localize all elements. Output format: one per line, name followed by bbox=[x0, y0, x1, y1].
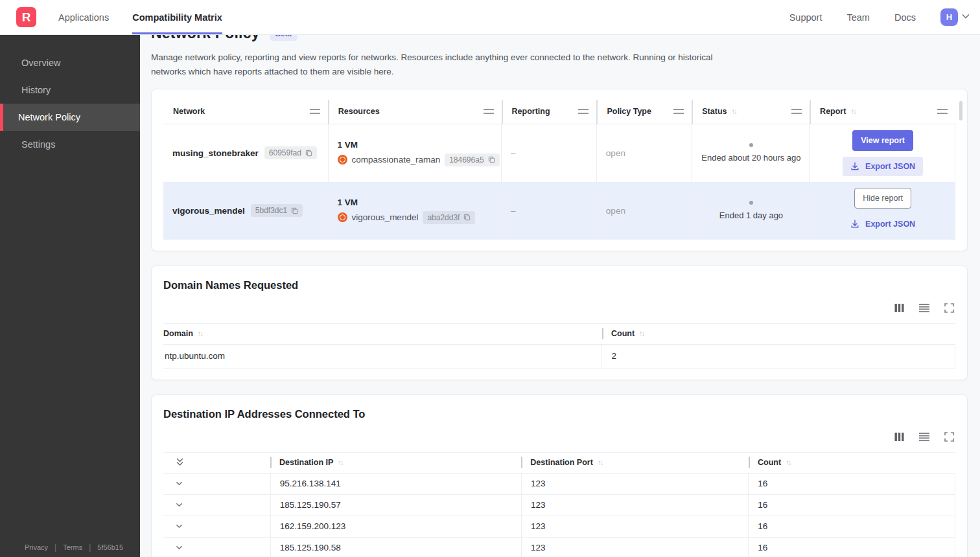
sort-arrows-icon[interactable]: ↑↓ bbox=[338, 459, 343, 466]
nav-link-docs[interactable]: Docs bbox=[894, 12, 916, 23]
chevron-down-icon[interactable] bbox=[175, 543, 183, 552]
sort-arrows-icon[interactable]: ↑↓ bbox=[639, 330, 644, 337]
sidebar-item-network-policy[interactable]: Network Policy bbox=[0, 104, 140, 131]
table-row: 162.159.200.123 123 16 bbox=[163, 516, 955, 538]
status-dot bbox=[749, 201, 753, 205]
export-json-label: Export JSON bbox=[865, 220, 915, 229]
column-divider bbox=[270, 457, 272, 468]
column-header-policy-type[interactable]: Policy Type bbox=[596, 100, 692, 124]
policy-type-value: open bbox=[596, 124, 692, 182]
chevron-down-icon[interactable] bbox=[175, 522, 183, 530]
domain-table-header: Domain ↑↓ Count ↑↓ bbox=[163, 323, 955, 345]
column-header-domain[interactable]: Domain ↑↓ bbox=[163, 324, 602, 344]
column-label: Count bbox=[611, 329, 635, 338]
nav-link-team[interactable]: Team bbox=[846, 12, 869, 23]
destination-ip-value: 162.159.200.123 bbox=[270, 516, 521, 537]
destination-port-value: 123 bbox=[521, 495, 748, 516]
column-menu-icon[interactable] bbox=[310, 109, 320, 114]
count-value: 16 bbox=[748, 538, 955, 557]
sort-arrows-icon[interactable]: ↑↓ bbox=[598, 459, 603, 466]
card-title: Domain Names Requested bbox=[163, 279, 955, 291]
sort-arrows-icon[interactable]: ↑↓ bbox=[198, 330, 203, 337]
column-label: Resources bbox=[338, 107, 380, 116]
destination-ip-value: 185.125.190.57 bbox=[270, 495, 521, 516]
column-header-resources[interactable]: Resources bbox=[328, 100, 502, 124]
download-icon bbox=[850, 162, 859, 171]
resource-id: aba2dd3f bbox=[427, 213, 460, 222]
nav-link-support[interactable]: Support bbox=[789, 12, 822, 23]
count-value: 16 bbox=[748, 473, 955, 494]
sort-arrows-icon[interactable]: ↑↓ bbox=[850, 108, 856, 115]
sidebar-item-settings[interactable]: Settings bbox=[0, 131, 140, 158]
avatar[interactable]: H bbox=[940, 8, 958, 26]
reporting-value: – bbox=[501, 124, 596, 182]
app-logo[interactable]: R bbox=[16, 7, 36, 27]
expand-all-icon[interactable] bbox=[175, 457, 185, 468]
column-header-destination-ip[interactable]: Destination IP ↑↓ bbox=[270, 453, 521, 473]
column-menu-icon[interactable] bbox=[937, 109, 948, 114]
column-menu-icon[interactable] bbox=[673, 109, 684, 114]
footer-divider: | bbox=[54, 543, 56, 552]
table-row: 95.216.138.141 123 16 bbox=[163, 473, 955, 495]
destination-port-value: 123 bbox=[521, 516, 748, 537]
column-header-reporting[interactable]: Reporting bbox=[502, 100, 597, 124]
column-header-report[interactable]: Report ↑↓ bbox=[810, 100, 955, 124]
export-json-button[interactable]: Export JSON bbox=[843, 157, 923, 176]
resource-id-badge: aba2dd3f bbox=[423, 211, 475, 224]
column-divider bbox=[749, 457, 750, 468]
column-menu-icon[interactable] bbox=[484, 109, 494, 114]
user-menu[interactable]: H bbox=[940, 8, 971, 26]
sidebar-item-history[interactable]: History bbox=[0, 76, 140, 104]
column-menu-icon[interactable] bbox=[791, 109, 802, 114]
nav-tab-compatibility-matrix[interactable]: Compatibility Matrix bbox=[132, 0, 222, 34]
column-label: Domain bbox=[163, 329, 193, 338]
view-report-button[interactable]: View report bbox=[852, 130, 913, 151]
domain-names-card: Domain Names Requested Domain ↑↓ Count ↑… bbox=[151, 266, 968, 380]
destination-ip-value: 185.125.190.58 bbox=[270, 538, 521, 557]
nav-tabs: Applications Compatibility Matrix bbox=[58, 0, 222, 34]
chevron-down-icon[interactable] bbox=[961, 11, 971, 24]
destination-port-value: 123 bbox=[521, 538, 748, 557]
copy-icon[interactable] bbox=[305, 150, 312, 157]
copy-icon[interactable] bbox=[488, 156, 495, 163]
status-text: Ended 1 day ago bbox=[719, 210, 783, 220]
destination-ip-value: 95.216.138.141 bbox=[270, 473, 521, 494]
copy-icon[interactable] bbox=[463, 214, 471, 221]
resource-id: 184696a5 bbox=[449, 155, 484, 165]
columns-view-icon[interactable] bbox=[894, 432, 904, 442]
table-scrollbar[interactable] bbox=[959, 101, 962, 120]
sort-arrows-icon[interactable]: ↑↓ bbox=[786, 459, 791, 466]
sort-arrows-icon[interactable]: ↑↓ bbox=[731, 108, 736, 115]
sidebar-item-overview[interactable]: Overview bbox=[0, 49, 140, 76]
column-header-count[interactable]: Count ↑↓ bbox=[602, 324, 955, 344]
column-header-count[interactable]: Count ↑↓ bbox=[749, 453, 955, 473]
fullscreen-icon[interactable] bbox=[944, 303, 954, 313]
rows-view-icon[interactable] bbox=[919, 303, 929, 313]
network-name: musing_stonebraker bbox=[172, 148, 259, 158]
network-name: vigorous_mendel bbox=[172, 206, 245, 216]
column-divider bbox=[521, 457, 522, 468]
column-header-status[interactable]: Status ↑↓ bbox=[692, 100, 810, 124]
domain-value: ntp.ubuntu.com bbox=[163, 345, 601, 368]
hide-report-button[interactable]: Hide report bbox=[854, 188, 911, 209]
build-hash: 5f56b15 bbox=[97, 543, 123, 551]
column-header-network[interactable]: Network bbox=[163, 100, 328, 124]
sidebar-footer: Privacy | Terms | 5f56b15 bbox=[0, 543, 140, 552]
main-content: Network Policy Beta Manage network polic… bbox=[140, 0, 980, 557]
fullscreen-icon[interactable] bbox=[944, 432, 954, 442]
terms-link[interactable]: Terms bbox=[63, 543, 82, 551]
network-id-badge: 5bdf3dc1 bbox=[251, 204, 303, 217]
chevron-down-icon[interactable] bbox=[175, 479, 183, 488]
rows-view-icon[interactable] bbox=[919, 432, 929, 442]
resource-name: compassionate_raman bbox=[352, 155, 441, 165]
column-header-destination-port[interactable]: Destination Port ↑↓ bbox=[521, 453, 749, 473]
export-json-button[interactable]: Export JSON bbox=[843, 214, 923, 234]
column-label: Report bbox=[820, 107, 846, 116]
copy-icon[interactable] bbox=[291, 207, 298, 214]
column-label: Policy Type bbox=[607, 107, 651, 116]
column-menu-icon[interactable] bbox=[578, 109, 589, 114]
nav-tab-applications[interactable]: Applications bbox=[58, 0, 109, 34]
privacy-link[interactable]: Privacy bbox=[25, 543, 48, 551]
columns-view-icon[interactable] bbox=[894, 303, 904, 313]
chevron-down-icon[interactable] bbox=[175, 501, 183, 509]
